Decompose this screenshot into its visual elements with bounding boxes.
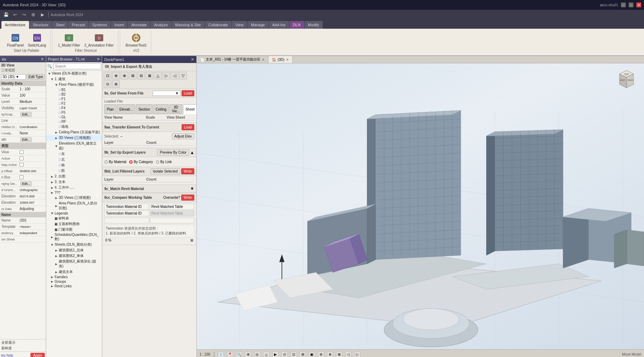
load-button-9a[interactable]: Load (182, 90, 194, 96)
radio-by-material[interactable]: By Material (104, 160, 126, 164)
tab-plan[interactable]: Plan (104, 104, 116, 114)
undo-button[interactable]: ↩ (11, 11, 19, 19)
adjust-elev-button[interactable]: Adjust Elev (172, 133, 194, 139)
vp-tool-cross[interactable]: ⊠ (336, 351, 342, 357)
tree-item-elevations[interactable]: ▼Elevations (DLN_建筑立面) (46, 141, 102, 151)
tree-item-north[interactable]: □北 (46, 157, 102, 162)
vtab-plan-close[interactable]: ✕ (262, 58, 265, 62)
tree-item-areaplans[interactable]: ►Area Plans (DLN_人防分区图) (46, 201, 102, 211)
tab-systems[interactable]: Systems (89, 21, 111, 29)
view-type-dropdown[interactable]: 3D (3D) ▼ (1, 74, 26, 79)
tab-collaborate[interactable]: Collaborate (205, 21, 231, 29)
tab-insert[interactable]: Insert (111, 21, 128, 29)
tree-item-3dviews[interactable]: ►3D Views (三维视图) (46, 135, 102, 141)
section-9b-collapse[interactable]: ▲ (190, 150, 194, 155)
apply-button[interactable]: Apply (30, 353, 45, 357)
preview-color-button[interactable]: Preview By Color (157, 149, 189, 155)
tree-item-ceiling[interactable]: ►Ceiling Plans (天花板平面) (46, 130, 102, 135)
section-9b-header[interactable]: 9b_Set Up Export Layers Preview By Color… (102, 148, 196, 157)
section-9aa-header[interactable]: 9aa_Transfer Element To Current Load (102, 123, 196, 132)
graphics-edit-button[interactable]: Edit... (20, 112, 32, 117)
edit-type-button[interactable]: Edit Type (27, 74, 45, 79)
tab-analyze[interactable]: Analyze (150, 21, 171, 29)
viewport-area[interactable]: TOP FRONT RIGHT (197, 63, 644, 349)
tree-item-rf[interactable]: □RF (46, 119, 102, 124)
tree-item-sheet1[interactable]: ►建筑图纸1_总体 (46, 247, 102, 253)
dock-tool-10[interactable]: ▽ (179, 72, 187, 79)
section-9c-header[interactable]: 9c_Match Revit Material ▼ (102, 185, 196, 193)
active-checkbox[interactable] (20, 156, 23, 160)
radio-by-link[interactable]: By Link (156, 160, 172, 164)
progress-expand[interactable]: ⊞ (190, 238, 193, 242)
tree-item-sheet2[interactable]: ►建筑图纸2_单体 (46, 253, 102, 259)
vp-tool-zoom[interactable]: 🔍 (236, 351, 242, 357)
tree-item-gl[interactable]: □GL (46, 115, 102, 119)
tab-architecture[interactable]: Architecture (1, 21, 29, 29)
tab-precast[interactable]: Precast (68, 21, 88, 29)
tree-item-4[interactable]: ►4. 工作中...... (46, 185, 102, 190)
search-input[interactable] (53, 63, 101, 69)
vp-tool-plus[interactable]: ⊕ (245, 351, 251, 357)
tree-item-door-window[interactable]: ▦门窗详图 (46, 227, 102, 232)
maximize-button[interactable]: □ (629, 2, 634, 7)
nging-edit-button[interactable]: Edit... (20, 181, 32, 186)
annotation-filter-button[interactable]: ⊡ 2_Annotation Filter (83, 31, 115, 48)
redo-button[interactable]: ↪ (20, 11, 28, 19)
tree-item-east[interactable]: □东 (46, 151, 102, 157)
tree-item-sheet3[interactable]: ►建筑图纸3_幕墙深化 (提资) (46, 259, 102, 269)
tab-3dview[interactable]: 3D Vie... (169, 104, 182, 114)
load-button-9aa[interactable]: Load (182, 124, 194, 130)
isolate-selected-button[interactable]: Isolate Selected (150, 168, 180, 174)
dock-tool-5[interactable]: ⊟ (137, 72, 145, 79)
tree-item-f5[interactable]: □F5 (46, 110, 102, 115)
dock-tool-8[interactable]: ▷ (162, 72, 170, 79)
tab-massing[interactable]: Massing & Site (172, 21, 204, 29)
dock-tool-2[interactable]: ⊕ (112, 72, 120, 79)
tree-item-sheet4[interactable]: ►建筑文本 (46, 269, 102, 275)
tab-dln[interactable]: DLN (289, 21, 304, 29)
tab-manage[interactable]: Manage (247, 21, 268, 29)
tree-item-revit-links[interactable]: ►Revit Links (46, 284, 102, 288)
dock-tool-3[interactable]: ⊗ (120, 72, 128, 79)
tree-item-groups[interactable]: ►Groups (46, 279, 102, 284)
vp-tool-left[interactable]: ◁ (345, 351, 351, 357)
section-9cc-header[interactable]: 9cc_Compare Working Table Overwrite? Wri… (102, 193, 196, 202)
tab-modify[interactable]: Modify (304, 21, 323, 29)
tab-steel[interactable]: Steel (52, 21, 68, 29)
tree-item-material-table[interactable]: ▦材料表 (46, 216, 102, 221)
tab-sheet[interactable]: Sheet (183, 104, 197, 114)
tab-addins[interactable]: Add-Ins (269, 21, 289, 29)
vtab-3d[interactable]: 🏠 (3D) ✕ (268, 56, 292, 63)
dock-tool-9[interactable]: ◁ (171, 72, 178, 79)
vtab-3d-close[interactable]: ✕ (286, 58, 289, 62)
tree-item-south[interactable]: □南 (46, 162, 102, 168)
vp-tool-rect[interactable]: ▣ (309, 351, 315, 357)
tree-item-3[interactable]: ►3. 文本 (46, 179, 102, 185)
vp-tool-x[interactable]: ⊗ (327, 351, 333, 357)
file-dropdown[interactable]: ▼ (153, 91, 181, 96)
tree-item-families[interactable]: ►Families (46, 275, 102, 279)
project-browser-close[interactable]: ✕ (97, 57, 100, 62)
tree-item-2[interactable]: ►2. 出图 (46, 174, 102, 179)
tree-item-views[interactable]: ▼Views (DLN-视图分类) (46, 71, 102, 76)
tree-item-sheets[interactable]: ▼Sheets (DLN_图纸分类) (46, 242, 102, 247)
vp-tool-grid[interactable]: ⊡ (290, 351, 297, 357)
dock-tool-6[interactable]: ⊠ (146, 72, 153, 79)
tree-item-schedules[interactable]: ►Schedules/Quantities (DLN_数) (46, 232, 102, 242)
dock-panel-close[interactable]: ✕ (191, 57, 194, 62)
vp-tool-play[interactable]: ▶ (272, 351, 279, 357)
tree-item-arch[interactable]: ▼1. 建筑 (46, 76, 102, 82)
new-button[interactable]: ⊞ (29, 11, 37, 19)
map-active-checkbox[interactable] (20, 163, 23, 167)
vp-tool-circle[interactable]: ◎ (254, 351, 260, 357)
vp-tool-dot[interactable]: ⊙ (281, 351, 288, 357)
help-link[interactable]: ies help (1, 354, 13, 357)
section-9c-collapse[interactable]: ▼ (190, 186, 194, 191)
dock-tool-1[interactable]: ⊡ (104, 72, 111, 79)
tab-view[interactable]: View (232, 21, 247, 29)
write-button-9bb[interactable]: Write (181, 168, 194, 174)
run-button[interactable]: ▶ (38, 11, 46, 19)
close-button[interactable]: ✕ (636, 2, 641, 7)
tree-item-f1[interactable]: □F1 (46, 97, 102, 101)
browsertest-button[interactable]: BrowserTest1 (124, 31, 148, 48)
